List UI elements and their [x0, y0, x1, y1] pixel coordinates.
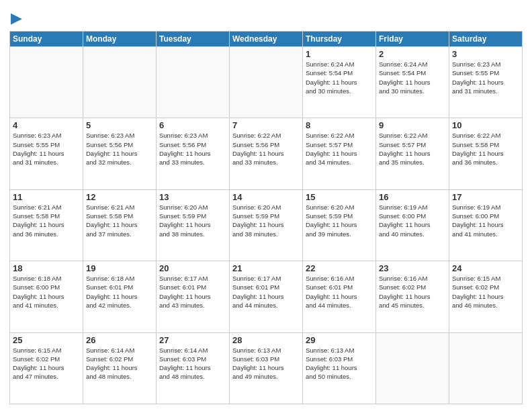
day-info: Sunrise: 6:19 AM Sunset: 6:00 PM Dayligh…	[452, 203, 519, 238]
day-info: Sunrise: 6:20 AM Sunset: 5:59 PM Dayligh…	[232, 203, 300, 238]
day-number: 3	[452, 49, 519, 59]
day-number: 24	[452, 263, 519, 273]
calendar-cell: 6Sunrise: 6:23 AM Sunset: 5:56 PM Daylig…	[157, 118, 230, 189]
day-info: Sunrise: 6:22 AM Sunset: 5:58 PM Dayligh…	[452, 131, 519, 167]
calendar-cell	[10, 47, 83, 118]
calendar-week-5: 25Sunrise: 6:15 AM Sunset: 6:02 PM Dayli…	[10, 332, 523, 404]
logo: ▶	[9, 9, 22, 27]
calendar-cell: 8Sunrise: 6:22 AM Sunset: 5:57 PM Daylig…	[303, 118, 376, 189]
day-info: Sunrise: 6:22 AM Sunset: 5:57 PM Dayligh…	[379, 131, 446, 167]
calendar-week-4: 18Sunrise: 6:18 AM Sunset: 6:00 PM Dayli…	[10, 261, 523, 332]
day-info: Sunrise: 6:23 AM Sunset: 5:55 PM Dayligh…	[13, 131, 80, 167]
calendar-cell: 9Sunrise: 6:22 AM Sunset: 5:57 PM Daylig…	[376, 118, 449, 189]
calendar-cell: 26Sunrise: 6:14 AM Sunset: 6:02 PM Dayli…	[83, 332, 157, 404]
day-number: 12	[86, 192, 153, 202]
calendar-cell: 21Sunrise: 6:17 AM Sunset: 6:01 PM Dayli…	[230, 261, 303, 332]
day-number: 15	[306, 192, 373, 202]
day-info: Sunrise: 6:13 AM Sunset: 6:03 PM Dayligh…	[232, 346, 300, 381]
calendar-cell: 7Sunrise: 6:22 AM Sunset: 5:56 PM Daylig…	[230, 118, 303, 189]
day-info: Sunrise: 6:21 AM Sunset: 5:58 PM Dayligh…	[86, 203, 153, 238]
calendar-cell: 16Sunrise: 6:19 AM Sunset: 6:00 PM Dayli…	[376, 189, 449, 261]
calendar-cell: 24Sunrise: 6:15 AM Sunset: 6:02 PM Dayli…	[449, 261, 523, 332]
day-number: 9	[379, 120, 446, 130]
calendar-cell: 18Sunrise: 6:18 AM Sunset: 6:00 PM Dayli…	[10, 261, 83, 332]
calendar-cell: 20Sunrise: 6:17 AM Sunset: 6:01 PM Dayli…	[157, 261, 230, 332]
calendar-cell	[83, 47, 157, 118]
logo-bird-icon: ▶	[11, 9, 22, 27]
day-number: 28	[232, 335, 300, 345]
calendar-cell: 3Sunrise: 6:23 AM Sunset: 5:55 PM Daylig…	[449, 47, 523, 118]
day-info: Sunrise: 6:15 AM Sunset: 6:02 PM Dayligh…	[452, 274, 519, 310]
day-number: 2	[379, 49, 446, 59]
day-number: 22	[306, 263, 373, 273]
day-info: Sunrise: 6:19 AM Sunset: 6:00 PM Dayligh…	[379, 203, 446, 238]
calendar-cell: 15Sunrise: 6:20 AM Sunset: 5:59 PM Dayli…	[303, 189, 376, 261]
day-number: 14	[232, 192, 300, 202]
day-number: 10	[452, 120, 519, 130]
calendar-table: SundayMondayTuesdayWednesdayThursdayFrid…	[9, 31, 523, 404]
calendar-cell: 5Sunrise: 6:23 AM Sunset: 5:56 PM Daylig…	[83, 118, 157, 189]
calendar-cell: 12Sunrise: 6:21 AM Sunset: 5:58 PM Dayli…	[83, 189, 157, 261]
day-info: Sunrise: 6:18 AM Sunset: 6:01 PM Dayligh…	[86, 274, 153, 310]
calendar-cell: 22Sunrise: 6:16 AM Sunset: 6:01 PM Dayli…	[303, 261, 376, 332]
calendar-cell: 28Sunrise: 6:13 AM Sunset: 6:03 PM Dayli…	[230, 332, 303, 404]
day-number: 25	[13, 335, 80, 345]
day-info: Sunrise: 6:14 AM Sunset: 6:02 PM Dayligh…	[86, 346, 153, 381]
calendar-cell: 14Sunrise: 6:20 AM Sunset: 5:59 PM Dayli…	[230, 189, 303, 261]
calendar-cell	[449, 332, 523, 404]
day-info: Sunrise: 6:13 AM Sunset: 6:03 PM Dayligh…	[306, 346, 373, 381]
day-info: Sunrise: 6:20 AM Sunset: 5:59 PM Dayligh…	[159, 203, 226, 238]
weekday-header-monday: Monday	[83, 32, 157, 47]
weekday-header-thursday: Thursday	[303, 32, 376, 47]
day-info: Sunrise: 6:21 AM Sunset: 5:58 PM Dayligh…	[13, 203, 80, 238]
day-number: 4	[13, 120, 80, 130]
header: ▶	[9, 7, 523, 27]
day-number: 26	[86, 335, 153, 345]
day-number: 21	[232, 263, 300, 273]
day-number: 7	[232, 120, 300, 130]
weekday-header-row: SundayMondayTuesdayWednesdayThursdayFrid…	[10, 32, 523, 47]
day-info: Sunrise: 6:24 AM Sunset: 5:54 PM Dayligh…	[379, 60, 446, 95]
day-info: Sunrise: 6:16 AM Sunset: 6:01 PM Dayligh…	[306, 274, 373, 310]
calendar-cell: 4Sunrise: 6:23 AM Sunset: 5:55 PM Daylig…	[10, 118, 83, 189]
day-number: 27	[159, 335, 226, 345]
calendar-cell	[230, 47, 303, 118]
day-number: 16	[379, 192, 446, 202]
day-number: 23	[379, 263, 446, 273]
calendar-cell: 1Sunrise: 6:24 AM Sunset: 5:54 PM Daylig…	[303, 47, 376, 118]
calendar-week-2: 4Sunrise: 6:23 AM Sunset: 5:55 PM Daylig…	[10, 118, 523, 189]
calendar-cell	[157, 47, 230, 118]
calendar-cell	[376, 332, 449, 404]
day-info: Sunrise: 6:14 AM Sunset: 6:03 PM Dayligh…	[159, 346, 226, 381]
day-info: Sunrise: 6:20 AM Sunset: 5:59 PM Dayligh…	[306, 203, 373, 238]
day-number: 29	[306, 335, 373, 345]
calendar-cell: 10Sunrise: 6:22 AM Sunset: 5:58 PM Dayli…	[449, 118, 523, 189]
calendar-week-3: 11Sunrise: 6:21 AM Sunset: 5:58 PM Dayli…	[10, 189, 523, 261]
calendar-cell: 19Sunrise: 6:18 AM Sunset: 6:01 PM Dayli…	[83, 261, 157, 332]
calendar-cell: 27Sunrise: 6:14 AM Sunset: 6:03 PM Dayli…	[157, 332, 230, 404]
weekday-header-sunday: Sunday	[10, 32, 83, 47]
calendar-cell: 11Sunrise: 6:21 AM Sunset: 5:58 PM Dayli…	[10, 189, 83, 261]
calendar-body: 1Sunrise: 6:24 AM Sunset: 5:54 PM Daylig…	[10, 47, 523, 404]
day-info: Sunrise: 6:23 AM Sunset: 5:56 PM Dayligh…	[159, 131, 226, 167]
day-info: Sunrise: 6:18 AM Sunset: 6:00 PM Dayligh…	[13, 274, 80, 310]
calendar-cell: 13Sunrise: 6:20 AM Sunset: 5:59 PM Dayli…	[157, 189, 230, 261]
day-number: 17	[452, 192, 519, 202]
day-number: 19	[86, 263, 153, 273]
weekday-header-friday: Friday	[376, 32, 449, 47]
calendar-cell: 25Sunrise: 6:15 AM Sunset: 6:02 PM Dayli…	[10, 332, 83, 404]
calendar-cell: 29Sunrise: 6:13 AM Sunset: 6:03 PM Dayli…	[303, 332, 376, 404]
day-number: 6	[159, 120, 226, 130]
weekday-header-tuesday: Tuesday	[157, 32, 230, 47]
day-number: 8	[306, 120, 373, 130]
day-info: Sunrise: 6:23 AM Sunset: 5:55 PM Dayligh…	[452, 60, 519, 95]
day-info: Sunrise: 6:23 AM Sunset: 5:56 PM Dayligh…	[86, 131, 153, 167]
calendar-week-1: 1Sunrise: 6:24 AM Sunset: 5:54 PM Daylig…	[10, 47, 523, 118]
day-info: Sunrise: 6:17 AM Sunset: 6:01 PM Dayligh…	[159, 274, 226, 310]
day-info: Sunrise: 6:22 AM Sunset: 5:57 PM Dayligh…	[306, 131, 373, 167]
day-info: Sunrise: 6:22 AM Sunset: 5:56 PM Dayligh…	[232, 131, 300, 167]
day-info: Sunrise: 6:24 AM Sunset: 5:54 PM Dayligh…	[306, 60, 373, 95]
day-number: 11	[13, 192, 80, 202]
weekday-header-saturday: Saturday	[449, 32, 523, 47]
day-number: 5	[86, 120, 153, 130]
